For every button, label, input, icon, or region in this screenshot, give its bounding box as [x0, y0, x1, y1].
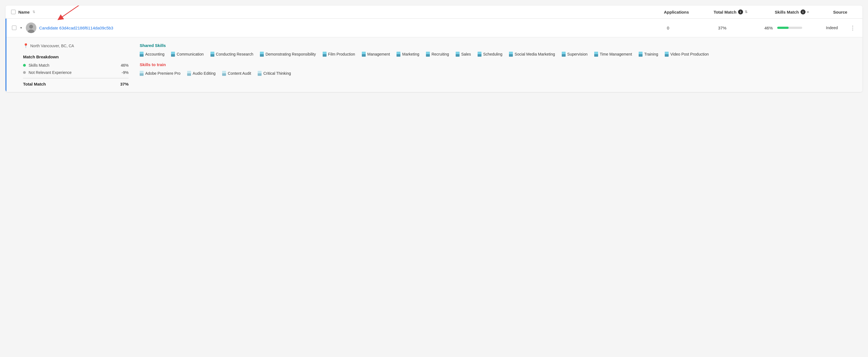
- skill-icon: [222, 71, 226, 76]
- total-match-row-value: 37%: [120, 82, 129, 86]
- skills-match-header: Skills Match i ▾: [760, 9, 824, 14]
- skill-icon: [594, 52, 598, 57]
- right-panel: Shared Skills Accounting Communication C…: [140, 43, 857, 86]
- skill-icon: [362, 52, 366, 57]
- expanded-content: 📍 North Vancouver, BC, CA Match Breakdow…: [6, 37, 863, 92]
- total-match-header: Total Match i ⇅: [702, 9, 760, 14]
- skills-match-breakdown-value: 46%: [121, 63, 129, 67]
- skill-icon: [562, 52, 566, 57]
- skills-to-train-grid: Adobe Premiere Pro Audio Editing Content…: [140, 71, 857, 76]
- candidate-header-row: ▾ Candidate 63d4cad2186f6114da09c5b3 0 3…: [6, 19, 863, 37]
- skill-icon: [258, 71, 261, 76]
- skill-icon: [665, 52, 669, 57]
- table-header: Name ⇅ Applications Total Match i ⇅ Skil…: [5, 5, 863, 19]
- train-skill-item: Content Audit: [222, 71, 251, 76]
- svg-point-2: [29, 25, 33, 29]
- shared-skill-item: Video Post Production: [665, 52, 709, 57]
- candidate-source: Indeed: [815, 26, 848, 30]
- shared-skill-item: Demonstrating Responsibility: [260, 52, 316, 57]
- source-header: Source: [824, 10, 857, 14]
- skills-match-info-icon[interactable]: i: [801, 9, 806, 14]
- match-breakdown-title: Match Breakdown: [23, 55, 129, 59]
- not-relevant-value: -9%: [122, 70, 129, 75]
- candidate-skills-match: 46%: [751, 26, 815, 30]
- candidate-checkbox[interactable]: [12, 26, 17, 30]
- train-skill-item: Audio Editing: [187, 71, 216, 76]
- total-match-row-label: Total Match: [23, 82, 120, 86]
- skill-icon: [187, 71, 191, 76]
- skills-match-dot: [23, 64, 26, 67]
- skill-icon: [140, 52, 144, 57]
- candidate-applications: 0: [643, 26, 693, 30]
- shared-skills-title: Shared Skills: [140, 43, 857, 48]
- main-container: Name ⇅ Applications Total Match i ⇅ Skil…: [5, 5, 863, 92]
- expand-button[interactable]: ▾: [19, 25, 23, 30]
- skill-icon: [456, 52, 460, 57]
- shared-skill-item: Scheduling: [477, 52, 502, 57]
- skill-icon: [426, 52, 430, 57]
- shared-skill-item: Communication: [171, 52, 204, 57]
- skills-match-chevron-icon[interactable]: ▾: [807, 10, 809, 13]
- shared-skill-item: Marketing: [397, 52, 419, 57]
- shared-skill-item: Sales: [456, 52, 471, 57]
- candidate-location: 📍 North Vancouver, BC, CA: [23, 43, 129, 48]
- shared-skill-item: Management: [362, 52, 390, 57]
- col-name: Name ⇅: [11, 10, 651, 14]
- more-options-button[interactable]: ⋮: [848, 25, 857, 31]
- select-all-checkbox[interactable]: [11, 10, 16, 14]
- name-header: Name: [18, 10, 30, 14]
- shared-skill-item: Recruiting: [426, 52, 449, 57]
- not-relevant-label: Not Relevant Experience: [29, 70, 122, 75]
- shared-skill-item: Training: [639, 52, 658, 57]
- skills-match-breakdown-label: Skills Match: [29, 63, 121, 67]
- skill-icon: [639, 52, 643, 57]
- skill-icon: [140, 71, 144, 76]
- candidate-name-link[interactable]: Candidate 63d4cad2186f6114da09c5b3: [39, 26, 113, 30]
- shared-skills-grid: Accounting Communication Conducting Rese…: [140, 52, 857, 57]
- train-skill-item: Adobe Premiere Pro: [140, 71, 181, 76]
- avatar: [26, 23, 36, 33]
- skill-icon: [171, 52, 175, 57]
- skill-icon: [211, 52, 214, 57]
- shared-skill-item: Social Media Marketing: [509, 52, 555, 57]
- skills-match-value: 46%: [765, 26, 774, 30]
- total-match-sort-icon[interactable]: ⇅: [745, 10, 747, 14]
- shared-skill-item: Supervision: [562, 52, 588, 57]
- location-icon: 📍: [23, 43, 29, 48]
- skills-match-fill: [777, 27, 788, 29]
- skills-to-train-title: Skills to train: [140, 62, 857, 67]
- candidate-row: ▾ Candidate 63d4cad2186f6114da09c5b3 0 3…: [5, 19, 863, 92]
- candidate-total-match: 37%: [693, 26, 751, 30]
- shared-skill-item: Time Management: [594, 52, 632, 57]
- candidate-info-left: ▾ Candidate 63d4cad2186f6114da09c5b3: [12, 23, 643, 33]
- name-sort-icon[interactable]: ⇅: [32, 10, 35, 14]
- left-panel: 📍 North Vancouver, BC, CA Match Breakdow…: [23, 43, 129, 86]
- shared-skill-item: Film Production: [323, 52, 355, 57]
- skill-icon: [397, 52, 400, 57]
- applications-header: Applications: [651, 10, 702, 14]
- train-skill-item: Critical Thinking: [258, 71, 291, 76]
- shared-skill-item: Accounting: [140, 52, 164, 57]
- skills-match-bar: [777, 27, 802, 29]
- skills-match-breakdown-row: Skills Match 46%: [23, 63, 129, 67]
- total-match-row: Total Match 37%: [23, 82, 129, 86]
- skill-icon: [477, 52, 482, 57]
- total-match-info-icon[interactable]: i: [738, 9, 743, 14]
- skill-icon: [260, 52, 264, 57]
- not-relevant-breakdown-row: Not Relevant Experience -9%: [23, 70, 129, 75]
- not-relevant-dot: [23, 71, 26, 74]
- shared-skill-item: Conducting Research: [211, 52, 253, 57]
- skill-icon: [509, 52, 513, 57]
- skill-icon: [323, 52, 327, 57]
